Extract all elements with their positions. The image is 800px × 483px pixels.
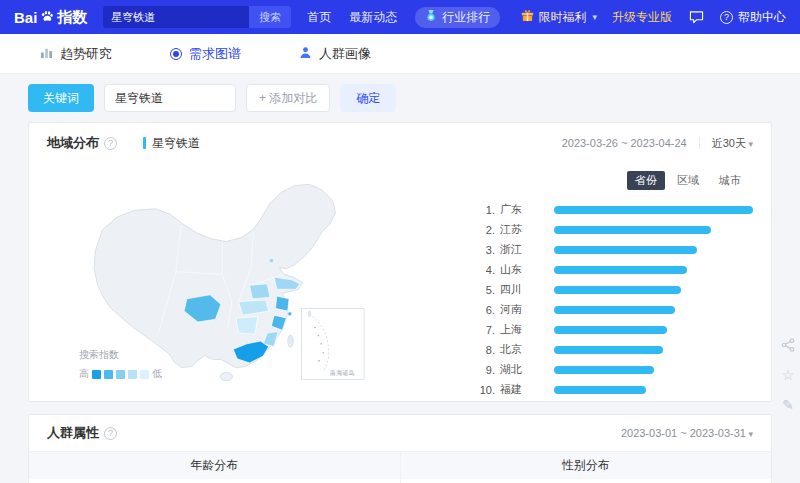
province-hainan[interactable] (220, 372, 232, 380)
age-panel-legend: 星穹铁道 全网分布 TGI (29, 479, 400, 483)
region-view-tabs: 省份 区域 城市 (627, 171, 749, 190)
keyword-input[interactable] (115, 91, 225, 105)
keyword-toolbar: 关键词 + 添加对比 确定 (0, 74, 800, 122)
province-hunan[interactable] (236, 317, 258, 335)
person-icon (299, 46, 312, 62)
add-compare-button[interactable]: + 添加对比 (246, 84, 330, 112)
rank-bar (554, 366, 654, 374)
rank-bar (554, 246, 697, 254)
rank-bar (554, 306, 675, 314)
legend-tick-icon (143, 137, 146, 149)
tab-trend-research-label: 趋势研究 (60, 45, 112, 63)
scale-swatch-2 (104, 370, 113, 379)
china-mainland[interactable] (94, 184, 335, 367)
paw-icon (40, 9, 54, 26)
medal-icon (425, 10, 437, 25)
ranking-row[interactable]: 8.北京 (475, 343, 753, 356)
baidu-index-logo[interactable]: Bai 指数 (14, 8, 87, 27)
map-legend: 搜索指数 高 低 (79, 348, 162, 381)
tab-region[interactable]: 区域 (669, 171, 707, 190)
keyword-legend: 星穹铁道 (143, 135, 200, 152)
ranking-row[interactable]: 7.上海 (475, 323, 753, 336)
divider (699, 137, 700, 149)
nav-home[interactable]: 首页 (307, 9, 331, 26)
crowd-date-range[interactable]: 2023-03-01 ~ 2023-03-31 (621, 427, 753, 439)
keyword-input-wrap (104, 84, 236, 112)
ranking-row[interactable]: 2.江苏 (475, 223, 753, 236)
limited-time-benefit[interactable]: 限时福利 (521, 9, 597, 26)
region-section-title: 地域分布 (47, 134, 99, 152)
header-search-button[interactable]: 搜索 (249, 6, 291, 28)
scale-swatch-4 (128, 370, 137, 379)
star-icon[interactable]: ☆ (779, 366, 797, 384)
region-header-right: 2023-03-26 ~ 2023-04-24 近30天 (562, 136, 753, 151)
scale-swatch-3 (116, 370, 125, 379)
scale-swatch-1 (92, 370, 101, 379)
question-icon (720, 11, 733, 24)
header-search: 搜索 (103, 6, 291, 28)
ranking-row[interactable]: 1.广东 (475, 203, 753, 216)
radio-selected-icon (170, 48, 182, 60)
region-ranking: 省份 区域 城市 1.广东 2.江苏 3.浙江 4.山东 5.四川 6.河南 7… (475, 163, 753, 389)
keyword-label-button[interactable]: 关键词 (28, 84, 94, 112)
rank-bar (554, 326, 667, 334)
confirm-button[interactable]: 确定 (340, 84, 396, 112)
feedback-icon[interactable]: ✎ (779, 396, 797, 414)
ranking-row[interactable]: 9.湖北 (475, 363, 753, 376)
ranking-list: 1.广东 2.江苏 3.浙江 4.山东 5.四川 6.河南 7.上海 8.北京 … (475, 203, 753, 396)
top-navbar: Bai 指数 搜索 首页 最新动态 行业排行 限时福利 升级专业版 (0, 0, 800, 34)
crowd-header-right: 2023-03-01 ~ 2023-03-31 (621, 427, 753, 439)
region-card-body: 南海诸岛 搜索指数 高 低 省份 区域 城 (29, 163, 771, 401)
help-center-label: 帮助中心 (738, 9, 786, 26)
region-date-range: 2023-03-26 ~ 2023-04-24 (562, 137, 687, 149)
tab-demand-graph[interactable]: 需求图谱 (170, 45, 241, 63)
province-shanghai[interactable] (288, 312, 292, 316)
topbar-right: 限时福利 升级专业版 帮助中心 (521, 8, 786, 26)
upgrade-pro-link[interactable]: 升级专业版 (612, 9, 672, 26)
tab-crowd-profile[interactable]: 人群画像 (299, 45, 371, 63)
limited-time-benefit-label: 限时福利 (538, 9, 586, 26)
rank-bar (554, 386, 646, 394)
period-dropdown[interactable]: 近30天 (712, 136, 753, 151)
share-icon[interactable] (779, 336, 797, 354)
tab-demand-graph-label: 需求图谱 (189, 45, 241, 63)
info-icon[interactable] (104, 137, 117, 150)
age-distribution-panel: 年龄分布 星穹铁道 全网分布 TGI (29, 452, 401, 483)
china-map-area: 南海诸岛 搜索指数 高 低 (47, 163, 475, 389)
region-distribution-card: 地域分布 星穹铁道 2023-03-26 ~ 2023-04-24 近30天 (28, 122, 772, 402)
ranking-row[interactable]: 5.四川 (475, 283, 753, 296)
nav-latest-news[interactable]: 最新动态 (349, 9, 397, 26)
trend-chart-icon (40, 46, 53, 62)
province-taiwan[interactable] (288, 335, 293, 347)
province-jiangsu[interactable] (275, 296, 289, 311)
floating-toolbar: ☆ ✎ (779, 336, 797, 414)
nav-industry-ranking[interactable]: 行业排行 (415, 7, 500, 28)
map-legend-high: 高 (79, 367, 89, 381)
chat-icon[interactable] (687, 8, 705, 26)
ranking-row[interactable]: 3.浙江 (475, 243, 753, 256)
map-legend-title: 搜索指数 (79, 348, 162, 362)
province-beijing[interactable] (269, 258, 274, 263)
crowd-section-title: 人群属性 (47, 424, 99, 442)
south-china-sea-inset: 南海诸岛 (301, 308, 364, 379)
header-search-input[interactable] (103, 11, 249, 23)
ranking-row[interactable]: 4.山东 (475, 263, 753, 276)
info-icon[interactable] (104, 427, 117, 440)
logo-text-prefix: Bai (14, 9, 37, 26)
tab-province[interactable]: 省份 (627, 171, 665, 190)
rank-bar (554, 346, 663, 354)
gender-distribution-panel: 性别分布 星穹铁道 全网分布 TGI (401, 452, 772, 483)
gender-distribution-title[interactable]: 性别分布 (401, 452, 772, 479)
rank-bar (554, 266, 687, 274)
scale-swatch-5 (140, 370, 149, 379)
inset-label: 南海诸岛 (330, 369, 355, 377)
tab-trend-research[interactable]: 趋势研究 (40, 45, 112, 63)
help-center[interactable]: 帮助中心 (720, 9, 786, 26)
map-legend-low: 低 (152, 367, 162, 381)
age-distribution-title[interactable]: 年龄分布 (29, 452, 400, 479)
tab-city[interactable]: 城市 (711, 171, 749, 190)
ranking-row[interactable]: 10.福建 (475, 383, 753, 396)
province-henan[interactable] (250, 284, 270, 299)
primary-nav: 首页 最新动态 行业排行 (307, 7, 500, 28)
ranking-row[interactable]: 6.河南 (475, 303, 753, 316)
